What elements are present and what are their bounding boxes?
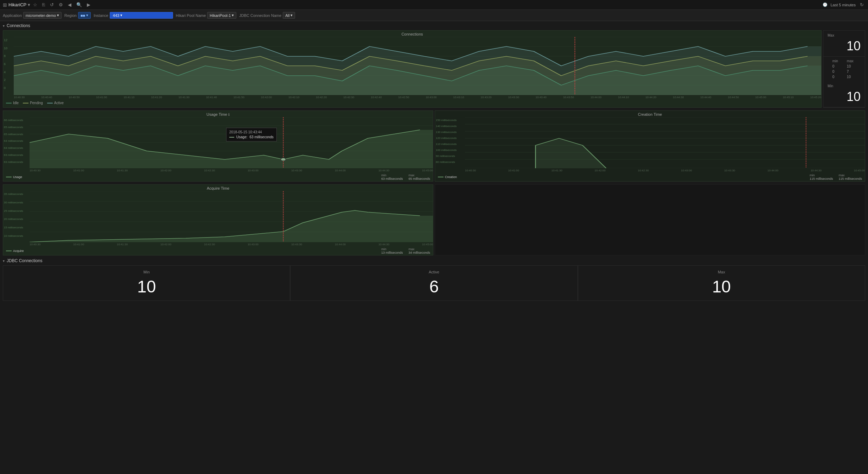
connections-chart: Connections 12 10 8 6 4 2 0 [3, 30, 822, 108]
connections-chart-inner: 12 10 8 6 4 2 0 [3, 37, 821, 100]
usage-footer: Usage min 63 milliseconds max 65 millise… [3, 173, 433, 181]
acquire-svg [30, 191, 433, 242]
share-icon[interactable]: ↺ [49, 1, 55, 8]
y-8: 8 [4, 54, 13, 58]
usage-legend-line [6, 177, 12, 177]
creation-svg-container: 10:40:30 10:41:00 10:41:30 10:42:00 10:4… [465, 117, 865, 173]
connections-section-header[interactable]: ▾ Connections [3, 23, 865, 28]
creation-max-value: 115 milliseconds [838, 177, 862, 181]
usage-legend-label: Usage [13, 175, 22, 179]
connections-x-axis: 10:40:30 10:40:40 10:40:50 10:41:00 10:4… [14, 95, 821, 100]
topbar-left: ⊞ HikariCP ▾ ☆ ⎘ ↺ ⚙ ◀ 🔍 ▶ [3, 1, 92, 8]
acquire-time-title-text: Acquire Time [207, 186, 229, 190]
topbar: ⊞ HikariCP ▾ ☆ ⎘ ↺ ⚙ ◀ 🔍 ▶ 🕐 Last 5 minu… [0, 0, 868, 10]
creation-legend-label: Creation [445, 175, 457, 179]
acquire-min-label: min [381, 247, 387, 251]
acquire-min-stat: min 13 milliseconds [381, 247, 403, 254]
acquire-svg-container: 10:40:30 10:41:00 10:41:30 10:42:00 10:4… [30, 191, 433, 247]
creation-time-title: Creation Time [435, 111, 865, 117]
usage-svg-container: 2018-05-15 10:43:44 Usage: 63 millisecon… [30, 117, 433, 173]
acquire-legend-label: Acquire [13, 249, 24, 253]
creation-max-label: max [838, 173, 844, 177]
application-value: micrometer-demo [26, 13, 56, 18]
hikari-pool-name-select[interactable]: HikariPool-1 ▾ [207, 12, 236, 19]
creation-stats: min 115 milliseconds max 115 millisecond… [810, 173, 862, 181]
connections-chevron: ▾ [3, 24, 5, 28]
topbar-right: 🕐 Last 5 minutes ↻ [823, 1, 865, 8]
app-title: HikariCP ▾ [8, 2, 30, 7]
jdbc-connection-name-label: JDBC Connection Name [239, 13, 281, 18]
filterbar: Application micrometer-demo ▾ Region ■■ … [0, 10, 868, 21]
jdbc-connection-name-select[interactable]: All ▾ [283, 12, 295, 19]
stat-row-3: 0 10 [827, 75, 861, 79]
instance-select[interactable]: 443 ▾ [110, 12, 173, 19]
main-content: ▾ Connections Connections 12 10 8 6 4 2 … [0, 21, 868, 303]
stat-table-inner: min max 0 10 0 7 0 [826, 58, 862, 80]
connections-chart-title: Connections [3, 31, 821, 37]
usage-max-label: max [408, 173, 414, 177]
hikari-pool-name-value: HikariPool-1 [210, 13, 231, 18]
acquire-stats: min 13 milliseconds max 34 milliseconds [381, 247, 430, 254]
min-label: Min [828, 84, 861, 88]
acquire-charts-row: Acquire Time 35 milliseconds 30 millisec… [3, 184, 865, 255]
legend-pending: Pending [23, 101, 43, 105]
app-dropdown-icon[interactable]: ▾ [28, 2, 30, 7]
y-4: 4 [4, 70, 13, 74]
acquire-footer: Acquire min 13 milliseconds max 34 milli… [3, 247, 433, 255]
usage-stats: min 63 milliseconds max 65 milliseconds [381, 173, 430, 181]
usage-max-value: 65 milliseconds [408, 177, 430, 181]
jdbc-max-panel: Max 10 [578, 265, 865, 301]
legend-idle: Idle [6, 101, 19, 105]
usage-min-stat: min 63 milliseconds [381, 173, 403, 181]
jdbc-chevron: ▾ [3, 259, 5, 263]
y-12: 12 [4, 38, 13, 42]
creation-min-stat: min 115 milliseconds [810, 173, 833, 181]
region-select[interactable]: ■■ ▾ [78, 12, 91, 19]
usage-legend: Usage [6, 173, 22, 181]
connections-sidebar-stats: Max 10 min max 0 10 [823, 30, 865, 108]
legend-idle-label: Idle [13, 101, 19, 105]
copy-icon[interactable]: ⎘ [41, 1, 46, 8]
usage-time-inner: 66 milliseconds 65 milliseconds 65 milli… [3, 117, 433, 173]
time-range[interactable]: Last 5 minutes [830, 3, 856, 7]
refresh-button[interactable]: ↻ [859, 1, 865, 8]
svg-point-20 [281, 158, 286, 161]
max-label: Max [828, 33, 861, 37]
acquire-legend-line [6, 251, 12, 251]
acquire-time-chart: Acquire Time 35 milliseconds 30 millisec… [3, 184, 433, 255]
creation-time-title-text: Creation Time [638, 112, 662, 116]
connections-title: Connections [7, 23, 30, 28]
settings-icon[interactable]: ⚙ [57, 1, 64, 8]
connections-svg [14, 37, 821, 95]
usage-time-title: Usage Time ℹ [3, 111, 433, 117]
app-title-text: HikariCP [8, 2, 26, 7]
creation-legend-line [438, 177, 443, 177]
usage-time-info-icon: ℹ [228, 113, 230, 116]
jdbc-max-label: Max [718, 270, 725, 274]
search-icon[interactable]: 🔍 [75, 1, 83, 8]
jdbc-section: ▾ JDBC Connections Min 10 Active 6 Max 1… [3, 258, 865, 301]
y-0: 0 [4, 86, 13, 90]
y-10: 10 [4, 46, 13, 50]
grid-icon: ⊞ [3, 2, 7, 8]
star-icon[interactable]: ☆ [32, 1, 39, 8]
region-chevron: ▾ [86, 13, 88, 18]
acquire-max-label: max [408, 247, 414, 251]
jdbc-min-panel: Min 10 [3, 265, 290, 301]
jdbc-min-label: Min [143, 270, 150, 274]
jdbc-stats-row: Min 10 Active 6 Max 10 [3, 265, 865, 301]
creation-max-stat: max 115 milliseconds [838, 173, 862, 181]
usage-x-axis: 10:40:30 10:41:00 10:41:30 10:42:00 10:4… [30, 168, 433, 173]
jdbc-section-header[interactable]: ▾ JDBC Connections [3, 258, 865, 263]
hikari-pool-name-label: Hikari Pool Name [176, 13, 206, 18]
back-icon[interactable]: ◀ [66, 1, 73, 8]
jdbc-active-label: Active [429, 270, 439, 274]
jdbc-active-panel: Active 6 [290, 265, 577, 301]
hikari-pool-chevron: ▾ [232, 13, 234, 18]
jdbc-connection-name-value: All [285, 13, 289, 18]
legend-idle-line [6, 103, 12, 103]
forward-icon[interactable]: ▶ [85, 1, 92, 8]
jdbc-connection-name-filter: JDBC Connection Name All ▾ [239, 12, 295, 19]
application-select[interactable]: micrometer-demo ▾ [23, 12, 62, 19]
creation-min-label: min [810, 173, 815, 177]
